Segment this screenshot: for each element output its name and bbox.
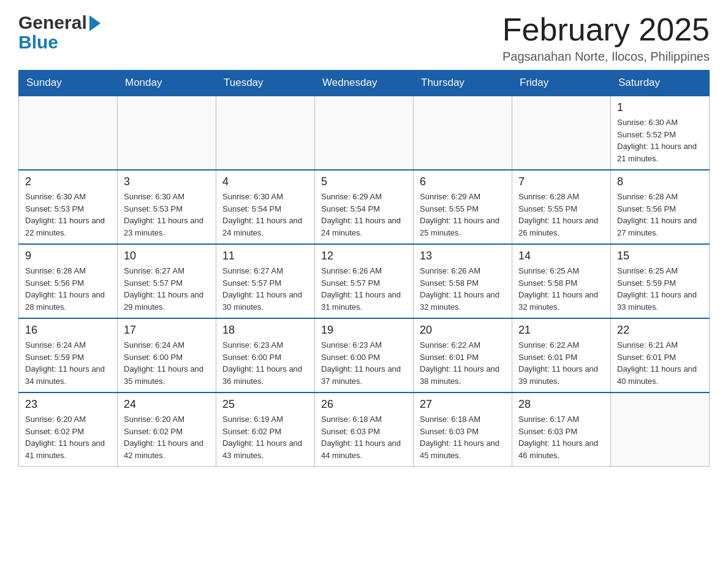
table-row: 19Sunrise: 6:23 AM Sunset: 6:00 PM Dayli…: [315, 318, 414, 393]
day-info: Sunrise: 6:23 AM Sunset: 6:00 PM Dayligh…: [222, 339, 308, 387]
logo-blue-text: Blue: [18, 32, 100, 53]
table-row: 24Sunrise: 6:20 AM Sunset: 6:02 PM Dayli…: [118, 393, 216, 467]
header-friday: Friday: [512, 71, 611, 96]
table-row: 14Sunrise: 6:25 AM Sunset: 5:58 PM Dayli…: [512, 244, 611, 318]
day-number: 19: [321, 324, 407, 337]
day-info: Sunrise: 6:19 AM Sunset: 6:02 PM Dayligh…: [222, 413, 308, 461]
table-row: 11Sunrise: 6:27 AM Sunset: 5:57 PM Dayli…: [216, 244, 315, 318]
location-subtitle: Pagsanahan Norte, Ilocos, Philippines: [502, 50, 710, 64]
calendar-week-row: 2Sunrise: 6:30 AM Sunset: 5:53 PM Daylig…: [19, 170, 710, 244]
day-number: 22: [617, 324, 703, 337]
day-info: Sunrise: 6:20 AM Sunset: 6:02 PM Dayligh…: [25, 413, 111, 461]
day-number: 9: [25, 250, 111, 262]
day-number: 23: [25, 398, 111, 411]
day-number: 15: [617, 250, 703, 262]
day-info: Sunrise: 6:27 AM Sunset: 5:57 PM Dayligh…: [222, 265, 308, 313]
header-tuesday: Tuesday: [216, 71, 315, 96]
day-info: Sunrise: 6:28 AM Sunset: 5:55 PM Dayligh…: [518, 191, 604, 239]
table-row: [315, 96, 414, 170]
table-row: [611, 393, 710, 467]
header-wednesday: Wednesday: [315, 71, 414, 96]
day-info: Sunrise: 6:18 AM Sunset: 6:03 PM Dayligh…: [321, 413, 407, 461]
header-sunday: Sunday: [19, 71, 118, 96]
table-row: 28Sunrise: 6:17 AM Sunset: 6:03 PM Dayli…: [512, 393, 611, 467]
day-info: Sunrise: 6:30 AM Sunset: 5:53 PM Dayligh…: [124, 191, 210, 239]
day-info: Sunrise: 6:23 AM Sunset: 6:00 PM Dayligh…: [321, 339, 407, 387]
day-number: 3: [124, 175, 210, 188]
calendar-table: Sunday Monday Tuesday Wednesday Thursday…: [18, 70, 710, 467]
day-info: Sunrise: 6:26 AM Sunset: 5:57 PM Dayligh…: [321, 265, 407, 313]
day-number: 2: [25, 175, 111, 188]
day-number: 14: [518, 250, 604, 262]
table-row: [512, 96, 611, 170]
day-number: 11: [222, 250, 308, 262]
table-row: [414, 96, 512, 170]
title-section: February 2025 Pagsanahan Norte, Ilocos, …: [502, 12, 710, 64]
day-number: 12: [321, 250, 407, 262]
logo-general-text: General: [18, 12, 87, 33]
day-info: Sunrise: 6:18 AM Sunset: 6:03 PM Dayligh…: [420, 413, 506, 461]
day-number: 17: [124, 324, 210, 337]
logo-arrow-icon: [89, 15, 100, 31]
table-row: 9Sunrise: 6:28 AM Sunset: 5:56 PM Daylig…: [19, 244, 118, 318]
table-row: 6Sunrise: 6:29 AM Sunset: 5:55 PM Daylig…: [414, 170, 512, 244]
table-row: 27Sunrise: 6:18 AM Sunset: 6:03 PM Dayli…: [414, 393, 512, 467]
table-row: 25Sunrise: 6:19 AM Sunset: 6:02 PM Dayli…: [216, 393, 315, 467]
day-info: Sunrise: 6:30 AM Sunset: 5:53 PM Dayligh…: [25, 191, 111, 239]
day-number: 16: [25, 324, 111, 337]
table-row: 10Sunrise: 6:27 AM Sunset: 5:57 PM Dayli…: [118, 244, 216, 318]
logo: General Blue: [18, 12, 100, 53]
header-monday: Monday: [118, 71, 216, 96]
table-row: 15Sunrise: 6:25 AM Sunset: 5:59 PM Dayli…: [611, 244, 710, 318]
page-header: General Blue February 2025 Pagsanahan No…: [18, 12, 710, 64]
day-number: 7: [518, 175, 604, 188]
table-row: 7Sunrise: 6:28 AM Sunset: 5:55 PM Daylig…: [512, 170, 611, 244]
calendar-week-row: 16Sunrise: 6:24 AM Sunset: 5:59 PM Dayli…: [19, 318, 710, 393]
day-info: Sunrise: 6:28 AM Sunset: 5:56 PM Dayligh…: [617, 191, 703, 239]
day-number: 25: [222, 398, 308, 411]
day-number: 4: [222, 175, 308, 188]
day-info: Sunrise: 6:30 AM Sunset: 5:54 PM Dayligh…: [222, 191, 308, 239]
day-number: 5: [321, 175, 407, 188]
day-number: 8: [617, 175, 703, 188]
day-info: Sunrise: 6:29 AM Sunset: 5:54 PM Dayligh…: [321, 191, 407, 239]
day-number: 28: [518, 398, 604, 411]
calendar-title: February 2025: [502, 12, 710, 47]
day-info: Sunrise: 6:22 AM Sunset: 6:01 PM Dayligh…: [518, 339, 604, 387]
table-row: 16Sunrise: 6:24 AM Sunset: 5:59 PM Dayli…: [19, 318, 118, 393]
table-row: 8Sunrise: 6:28 AM Sunset: 5:56 PM Daylig…: [611, 170, 710, 244]
day-number: 1: [617, 101, 703, 114]
day-number: 24: [124, 398, 210, 411]
day-info: Sunrise: 6:27 AM Sunset: 5:57 PM Dayligh…: [124, 265, 210, 313]
day-info: Sunrise: 6:22 AM Sunset: 6:01 PM Dayligh…: [420, 339, 506, 387]
table-row: [118, 96, 216, 170]
table-row: [216, 96, 315, 170]
day-number: 26: [321, 398, 407, 411]
day-number: 21: [518, 324, 604, 337]
table-row: 12Sunrise: 6:26 AM Sunset: 5:57 PM Dayli…: [315, 244, 414, 318]
day-number: 18: [222, 324, 308, 337]
table-row: [19, 96, 118, 170]
calendar-header-row: Sunday Monday Tuesday Wednesday Thursday…: [19, 71, 710, 96]
day-number: 13: [420, 250, 506, 262]
header-thursday: Thursday: [414, 71, 512, 96]
table-row: 17Sunrise: 6:24 AM Sunset: 6:00 PM Dayli…: [118, 318, 216, 393]
day-info: Sunrise: 6:29 AM Sunset: 5:55 PM Dayligh…: [420, 191, 506, 239]
day-number: 20: [420, 324, 506, 337]
table-row: 1Sunrise: 6:30 AM Sunset: 5:52 PM Daylig…: [611, 96, 710, 170]
day-info: Sunrise: 6:24 AM Sunset: 5:59 PM Dayligh…: [25, 339, 111, 387]
day-info: Sunrise: 6:21 AM Sunset: 6:01 PM Dayligh…: [617, 339, 703, 387]
calendar-week-row: 1Sunrise: 6:30 AM Sunset: 5:52 PM Daylig…: [19, 96, 710, 170]
day-info: Sunrise: 6:26 AM Sunset: 5:58 PM Dayligh…: [420, 265, 506, 313]
table-row: 21Sunrise: 6:22 AM Sunset: 6:01 PM Dayli…: [512, 318, 611, 393]
day-number: 10: [124, 250, 210, 262]
calendar-week-row: 23Sunrise: 6:20 AM Sunset: 6:02 PM Dayli…: [19, 393, 710, 467]
table-row: 23Sunrise: 6:20 AM Sunset: 6:02 PM Dayli…: [19, 393, 118, 467]
calendar-week-row: 9Sunrise: 6:28 AM Sunset: 5:56 PM Daylig…: [19, 244, 710, 318]
day-number: 6: [420, 175, 506, 188]
day-info: Sunrise: 6:30 AM Sunset: 5:52 PM Dayligh…: [617, 117, 703, 164]
day-info: Sunrise: 6:28 AM Sunset: 5:56 PM Dayligh…: [25, 265, 111, 313]
day-info: Sunrise: 6:20 AM Sunset: 6:02 PM Dayligh…: [124, 413, 210, 461]
header-saturday: Saturday: [611, 71, 710, 96]
day-info: Sunrise: 6:24 AM Sunset: 6:00 PM Dayligh…: [124, 339, 210, 387]
